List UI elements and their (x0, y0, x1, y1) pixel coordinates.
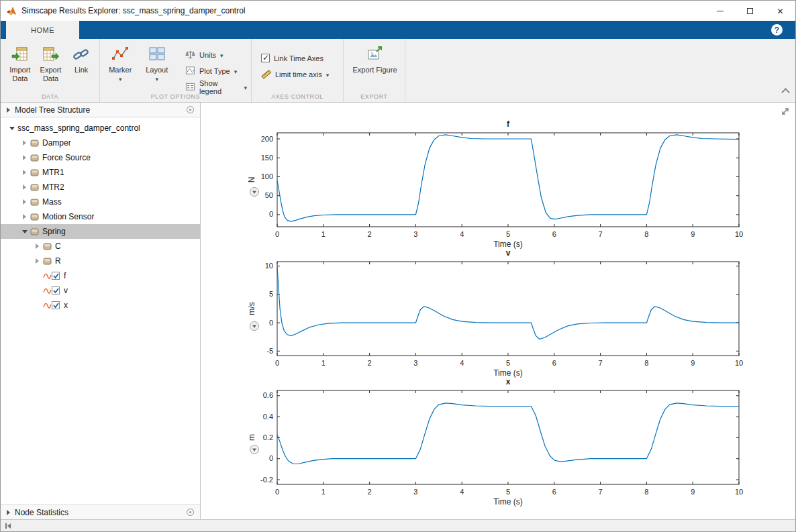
tree-item-c[interactable]: C (1, 239, 200, 254)
y-tick-label: 150 (261, 154, 273, 162)
node-statistics-title: Node Statistics (15, 508, 68, 517)
limit-time-axis-dropdown-button[interactable]: Limit time axis (261, 69, 339, 80)
x-tick-label: 2 (368, 359, 372, 367)
limit-time-axis-caret-icon (326, 70, 330, 78)
model-tree-structure-title: Model Tree Structure (15, 105, 90, 115)
tree-item-mtr2[interactable]: MTR2 (1, 180, 200, 195)
series-line (277, 135, 739, 221)
link-time-axes-checkbox[interactable]: Link Time Axes (261, 54, 339, 62)
tree-item-mtr1[interactable]: MTR1 (1, 165, 200, 180)
expander-collapsed-icon[interactable] (20, 214, 29, 219)
expander-collapsed-icon[interactable] (20, 170, 29, 175)
expander-collapsed-icon[interactable] (20, 184, 29, 190)
x-tick-label: 5 (506, 488, 510, 496)
link-button[interactable]: Link (67, 44, 95, 83)
x-tick-label: 1 (321, 230, 326, 238)
help-button[interactable] (771, 24, 783, 36)
tree-item-mass[interactable]: Mass (1, 195, 200, 209)
tree-item-label: Damper (42, 138, 75, 148)
model-tree: ssc_mass_spring_damper_controlDamperForc… (1, 117, 200, 504)
y-tick-label: -0.2 (260, 476, 273, 484)
y-tick-label: 5 (269, 290, 273, 298)
series-line (277, 267, 739, 339)
component-icon (30, 183, 39, 192)
expander-expanded-icon[interactable] (7, 127, 16, 130)
model-tree-structure-header[interactable]: Model Tree Structure (1, 103, 200, 117)
signal-checkbox-icon[interactable] (43, 301, 60, 310)
units-label: Units (199, 51, 216, 59)
export-data-button[interactable]: Export Data (37, 44, 65, 83)
chart-f: 012345678910050100150200fTime (s)N (201, 118, 795, 250)
panel-pin-icon[interactable] (187, 106, 194, 113)
tab-home[interactable]: HOME (6, 21, 79, 39)
section-data-label: DATA (1, 93, 99, 100)
expander-collapsed-icon[interactable] (20, 155, 29, 160)
tree-item-v[interactable]: v (1, 283, 200, 298)
y-tick-label: 0.6 (263, 391, 273, 399)
y-units-dropdown-button[interactable] (250, 322, 259, 331)
tree-item-spring[interactable]: Spring (1, 224, 200, 239)
expander-collapsed-icon[interactable] (33, 258, 42, 264)
collapse-sidebar-button[interactable] (1, 520, 11, 531)
panel-pin-icon[interactable] (187, 509, 194, 516)
import-data-button[interactable]: Import Data (6, 44, 34, 83)
section-axes-control-label: AXES CONTROL (252, 93, 343, 100)
y-units-dropdown-button[interactable] (250, 445, 259, 454)
show-legend-caret-icon (244, 83, 247, 91)
tree-item-label: f (64, 271, 70, 280)
units-caret-icon (220, 51, 223, 59)
tree-item-label: Spring (42, 227, 70, 236)
tree-item-label: v (64, 286, 72, 295)
layout-button[interactable]: Layout (142, 44, 171, 93)
minimize-button[interactable] (705, 1, 735, 21)
expander-collapsed-icon[interactable] (20, 140, 29, 146)
import-data-label: Import Data (6, 66, 34, 83)
export-figure-button[interactable]: Export Figure (351, 44, 399, 74)
expander-expanded-icon[interactable] (20, 230, 29, 233)
tree-item-ssc-mass-spring-damper-control[interactable]: ssc_mass_spring_damper_control (1, 121, 200, 136)
tree-item-damper[interactable]: Damper (1, 136, 200, 150)
plot-box (277, 133, 739, 227)
x-tick-label: 0 (275, 488, 279, 496)
tree-item-f[interactable]: f (1, 268, 200, 283)
expand-plots-button[interactable] (780, 106, 791, 117)
plot-type-dropdown-button[interactable]: Plot Type (185, 66, 247, 76)
show-legend-icon (185, 82, 195, 93)
x-tick-label: 7 (599, 230, 603, 238)
panel-expander-icon[interactable] (7, 107, 10, 113)
y-units-dropdown-button[interactable] (250, 188, 259, 197)
expander-collapsed-icon[interactable] (33, 244, 42, 249)
tree-item-force-source[interactable]: Force Source (1, 150, 200, 165)
bottom-bar (1, 519, 795, 531)
maximize-button[interactable] (735, 1, 765, 21)
signal-checkbox-icon[interactable] (43, 286, 60, 295)
minimize-icon (717, 11, 724, 11)
panel-expander-icon[interactable] (7, 510, 10, 515)
plot-box (277, 262, 739, 356)
component-icon (30, 227, 39, 236)
section-export: Export Figure EXPORT (344, 39, 405, 102)
export-data-icon (42, 44, 60, 64)
tree-item-r[interactable]: R (1, 254, 200, 268)
maximize-icon (747, 8, 753, 14)
expander-collapsed-icon[interactable] (20, 199, 29, 205)
tree-item-label: MTR2 (42, 182, 68, 192)
series-line (277, 403, 739, 464)
close-button[interactable] (765, 1, 795, 21)
y-tick-label: 10 (265, 262, 273, 270)
marker-button[interactable]: Marker (105, 44, 135, 93)
show-legend-dropdown-button[interactable]: Show legend (185, 82, 247, 93)
tree-item-motion-sensor[interactable]: Motion Sensor (1, 209, 200, 224)
y-tick-label: 100 (261, 172, 273, 180)
x-tick-label: 4 (460, 488, 464, 496)
component-icon (43, 257, 52, 266)
section-plot-options: Marker Layout (100, 39, 252, 102)
x-tick-label: 1 (321, 359, 326, 367)
tree-item-x[interactable]: x (1, 298, 200, 313)
node-statistics-header[interactable]: Node Statistics (1, 504, 200, 519)
units-dropdown-button[interactable]: Units (185, 50, 247, 60)
x-tick-label: 4 (460, 359, 464, 367)
x-axis-label: Time (s) (493, 497, 523, 507)
section-axes-control: Link Time Axes Limit time axis (252, 39, 344, 102)
signal-checkbox-icon[interactable] (43, 271, 60, 280)
